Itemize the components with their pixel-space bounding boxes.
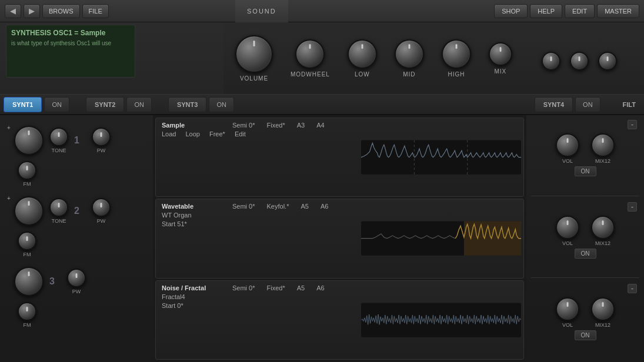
info-panel: SYNTHESIS OSC1 = Sample is what type of … [6, 25, 135, 78]
osc3-main-knob[interactable] [14, 267, 44, 296]
modwheel-group: MODWHEEL [291, 39, 330, 78]
module-noise-type: Noise / Fractal [162, 284, 221, 291]
module-sample-sub3: Free* [209, 130, 225, 138]
module-noise[interactable]: Noise / Fractal Semi 0* Fixed* A5 A6 Fra… [155, 280, 524, 360]
synth-display: Sample Semi 0* Fixed* A3 A4 Load Loop Fr… [153, 115, 526, 362]
sound-section-label: SOUND [247, 8, 276, 15]
vol2-group: VOL [556, 216, 579, 246]
synt2-on-button[interactable]: ON [126, 97, 152, 112]
vol3-group: VOL [556, 297, 579, 328]
low-label: LOW [355, 71, 370, 78]
master-button[interactable]: MASTER [597, 4, 639, 18]
right-panel: - VOL MIX12 ON - VOL MIX12 ON [526, 115, 644, 362]
extra-knob-1[interactable] [542, 52, 560, 71]
osc3-pw-knob[interactable] [67, 269, 86, 287]
mid-knob[interactable] [395, 39, 424, 69]
back-arrow-button[interactable]: ◀ [5, 4, 21, 18]
vol2-knob[interactable] [556, 216, 579, 239]
module-sample[interactable]: Sample Semi 0* Fixed* A3 A4 Load Loop Fr… [155, 118, 524, 197]
synt1-on-button[interactable]: ON [44, 97, 69, 112]
modwheel-knob[interactable] [295, 39, 325, 69]
top-area: ◀ ▶ BROWS FILE SOUND SHOP HELP EDIT MAST… [0, 0, 644, 94]
low-group: LOW [348, 39, 377, 78]
osc2-tone-knob[interactable] [14, 196, 44, 226]
module-sample-waveform [359, 118, 523, 196]
svg-rect-5 [361, 303, 521, 337]
module-sample-note2: A4 [316, 122, 324, 129]
file-button[interactable]: FILE [82, 4, 109, 18]
vol1-label: VOL [562, 158, 573, 164]
osc1-tone-group: TONE [49, 128, 68, 153]
module-noise-waveform [359, 281, 523, 359]
low-knob[interactable] [348, 39, 377, 69]
help-button[interactable]: HELP [530, 4, 562, 18]
osc2-plus: + [7, 195, 11, 202]
volume-knob[interactable] [235, 35, 273, 73]
osc3-number: 3 [49, 276, 61, 287]
mix12-2-label: MIX12 [595, 240, 610, 246]
osc1-tone-knob[interactable] [14, 126, 44, 155]
vol1-knob[interactable] [556, 133, 579, 157]
mix-group: MIX [489, 42, 512, 75]
module-sample-sub1[interactable]: Load [162, 130, 176, 138]
osc2-pw-label: PW [97, 218, 106, 224]
osc1-plus: + [7, 125, 11, 131]
minus-btn-2[interactable]: - [628, 202, 637, 212]
osc2-pw-group: PW [92, 198, 111, 224]
osc3-row: 3 PW [6, 267, 147, 296]
module-noise-sub3[interactable]: Start 0* [162, 302, 183, 309]
mid-group: MID [395, 39, 424, 78]
on-btn-3[interactable]: ON [575, 330, 596, 340]
osc1-fm-group: FM [18, 161, 36, 187]
synt4-on-button[interactable]: ON [575, 97, 600, 112]
on-btn-2[interactable]: ON [575, 249, 596, 259]
vol1-group: VOL [556, 133, 579, 164]
mix12-1-knob[interactable] [591, 133, 615, 157]
osc2-tone-label: TONE [52, 218, 66, 224]
osc2-number: 2 [74, 206, 86, 216]
mix12-2-group: MIX12 [591, 216, 615, 246]
osc1-number: 1 [74, 135, 86, 146]
osc1-tone-fine-knob[interactable] [49, 128, 68, 146]
mix12-3-label: MIX12 [595, 322, 610, 328]
module-wavetable-type: Wavetable [162, 203, 221, 210]
mix-knob[interactable] [489, 42, 512, 66]
extra-knob-3[interactable] [598, 52, 617, 71]
module-wavetable[interactable]: Wavetable Semi 0* Keyfol.* A5 A6 WT Orga… [155, 199, 524, 278]
osc2-fm-knob[interactable] [18, 232, 36, 250]
module-sample-semi: Semi 0* [232, 122, 255, 129]
synt1-tab[interactable]: SYNT1 [4, 97, 42, 112]
module-sample-sub4[interactable]: Edit [235, 130, 246, 138]
module-wavetable-sub3[interactable]: Start 51* [162, 220, 187, 227]
synt3-on-button[interactable]: ON [209, 97, 234, 112]
vol3-knob[interactable] [556, 297, 579, 321]
osc2-pw-knob[interactable] [92, 198, 111, 217]
osc3-pw-group: PW [67, 269, 86, 294]
osc3-fm-knob[interactable] [18, 302, 36, 321]
osc3-fm-label: FM [24, 322, 31, 328]
mix12-2-knob[interactable] [591, 216, 615, 239]
module-sample-sub2[interactable]: Loop [185, 130, 199, 138]
browse-button[interactable]: BROWS [42, 4, 80, 18]
high-knob[interactable] [442, 39, 471, 69]
minus-btn-3[interactable]: - [628, 284, 637, 293]
module-noise-sub1: Fractal4 [162, 293, 185, 300]
mix12-3-knob[interactable] [591, 297, 615, 321]
synt3-tab[interactable]: SYNT3 [168, 97, 206, 112]
edit-button[interactable]: EDIT [565, 4, 595, 18]
mid-label: MID [403, 71, 415, 78]
synt2-tab[interactable]: SYNT2 [86, 97, 124, 112]
osc1-fm-knob[interactable] [18, 161, 36, 180]
mix-label: MIX [495, 68, 507, 75]
on-btn-1[interactable]: ON [575, 166, 596, 176]
osc1-pw-knob[interactable] [92, 128, 111, 146]
osc2-row: + TONE 2 PW [6, 196, 147, 226]
synt4-tab[interactable]: SYNT4 [535, 97, 573, 112]
minus-btn-1[interactable]: - [628, 120, 637, 129]
fwd-arrow-button[interactable]: ▶ [24, 4, 40, 18]
extra-knob-2[interactable] [570, 52, 589, 71]
module-noise-semi: Semi 0* [232, 284, 255, 291]
module-noise-note1: A5 [297, 284, 305, 291]
osc2-tone-fine-knob[interactable] [49, 198, 68, 217]
shop-button[interactable]: SHOP [494, 4, 528, 18]
